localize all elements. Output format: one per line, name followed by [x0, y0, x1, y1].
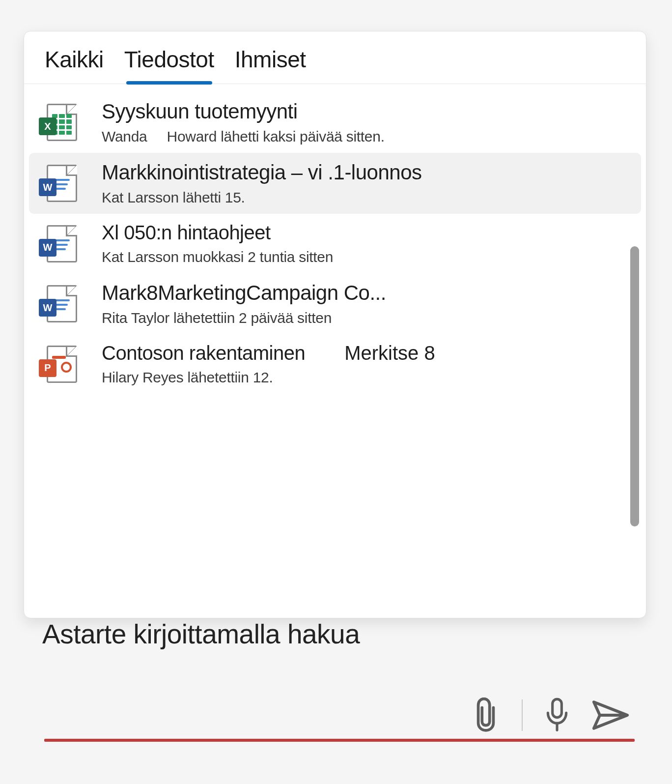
result-meta: Kat Larsson lähetti 15. — [102, 189, 631, 206]
compose-underline — [44, 739, 635, 742]
paperclip-icon — [471, 697, 501, 733]
send-button[interactable] — [591, 698, 630, 732]
results-list: X Syyskuun tuotemyynti Wanda Howard lähe… — [24, 84, 646, 611]
result-meta: Hilary Reyes lähetettiin 12. — [102, 369, 636, 386]
result-row[interactable]: P Contoson rakentaminen Merkitse 8 Hilar… — [24, 334, 646, 394]
result-meta: Kat Larsson muokkasi 2 tuntia sitten — [102, 249, 636, 265]
tab-files[interactable]: Tiedostot — [120, 41, 218, 84]
attach-button[interactable] — [471, 697, 501, 733]
result-title: Mark8MarketingCampaign Co... — [102, 281, 636, 305]
result-row[interactable]: W Markkinointistrategia – vi .1-luonnos … — [29, 153, 641, 214]
result-badge: Merkitse 8 — [344, 342, 435, 364]
word-file-icon: W — [43, 225, 81, 262]
search-suggestions-panel: Kaikki Tiedostot Ihmiset X Syyskuun tuot… — [24, 31, 646, 618]
voice-button[interactable] — [543, 696, 571, 735]
result-meta: Rita Taylor lähetettiin 2 päivää sitten — [102, 310, 636, 326]
result-title: Contoson rakentaminen — [102, 342, 305, 364]
result-row[interactable]: W Mark8MarketingCampaign Co... Rita Tayl… — [24, 273, 646, 334]
result-row[interactable]: W Xl 050:n hintaohjeet Kat Larsson muokk… — [24, 214, 646, 273]
tab-people[interactable]: Ihmiset — [231, 41, 310, 84]
compose-input[interactable]: Astarte kirjoittamalla hakua — [42, 618, 636, 650]
result-title: Xl 050:n hintaohjeet — [102, 222, 636, 244]
svg-rect-0 — [553, 699, 562, 717]
excel-file-icon: X — [43, 104, 81, 141]
send-icon — [591, 698, 630, 732]
tab-bar: Kaikki Tiedostot Ihmiset — [24, 31, 646, 84]
powerpoint-file-icon: P — [43, 346, 81, 383]
result-meta: Wanda Howard lähetti kaksi päivää sitten… — [102, 128, 636, 145]
compose-bar: Astarte kirjoittamalla hakua — [42, 618, 636, 735]
word-file-icon: W — [43, 165, 81, 202]
divider — [522, 699, 523, 731]
tab-all[interactable]: Kaikki — [41, 41, 108, 84]
result-title: Syyskuun tuotemyynti — [102, 100, 636, 123]
result-title: Markkinointistrategia – vi .1-luonnos — [102, 161, 631, 184]
microphone-icon — [543, 696, 571, 735]
word-file-icon: W — [43, 285, 81, 322]
scrollbar-thumb[interactable] — [630, 246, 639, 526]
result-row[interactable]: X Syyskuun tuotemyynti Wanda Howard lähe… — [24, 92, 646, 153]
